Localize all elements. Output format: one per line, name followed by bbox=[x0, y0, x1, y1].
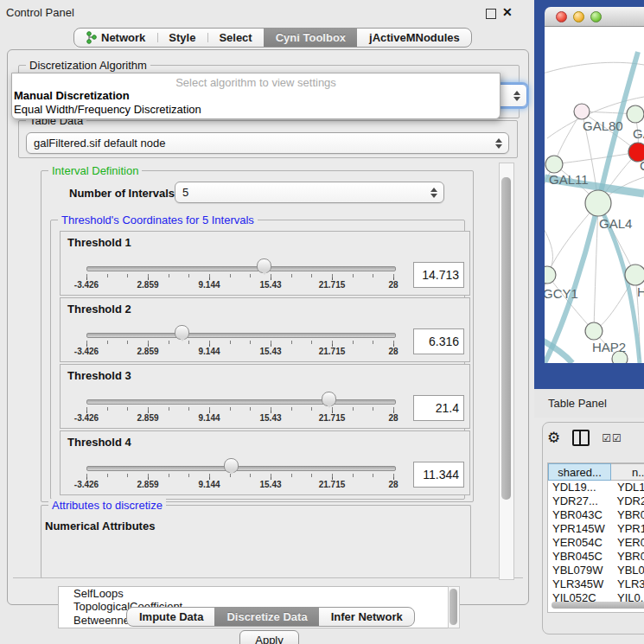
node-label: GAL4 bbox=[599, 216, 632, 231]
tab-select-label: Select bbox=[219, 31, 252, 44]
table-data-combo[interactable]: galFiltered.sif default node bbox=[26, 132, 509, 154]
cell-shared-name[interactable]: YLR345W bbox=[548, 577, 611, 591]
table-row[interactable]: YBR045C YBR0... bbox=[548, 550, 644, 564]
table-data-value: galFiltered.sif default node bbox=[34, 137, 165, 150]
cell-name[interactable]: YBR0... bbox=[611, 550, 644, 564]
popup-option-equal-width[interactable]: Equal Width/Frequency Discretization bbox=[12, 103, 500, 117]
slider-thumb[interactable] bbox=[175, 325, 189, 340]
close-window-icon[interactable] bbox=[556, 11, 567, 22]
screenshot-root: Control Panel ✕ Network Style Select Cyn… bbox=[0, 0, 644, 644]
tick-label: 28 bbox=[367, 480, 419, 489]
panel-scrollbar[interactable] bbox=[499, 163, 514, 580]
close-panel-icon[interactable]: ✕ bbox=[502, 5, 513, 19]
table-row[interactable]: YLR345W YLR3... bbox=[548, 577, 644, 591]
numerical-attributes-label: Numerical Attributes bbox=[45, 520, 155, 532]
discretization-algorithm-title: Discretization Algorithm bbox=[26, 59, 150, 72]
tab-select[interactable]: Select bbox=[207, 29, 263, 47]
tick-label: 2.859 bbox=[122, 413, 174, 423]
tab-infer-network[interactable]: Infer Network bbox=[319, 608, 414, 626]
cell-shared-name[interactable]: YER054C bbox=[548, 536, 611, 550]
cell-shared-name[interactable]: YDL19... bbox=[548, 481, 611, 494]
float-panel-icon[interactable] bbox=[486, 9, 496, 19]
list-scrollbar[interactable] bbox=[448, 586, 460, 628]
node-label: GAL11 bbox=[549, 172, 589, 187]
tab-network[interactable]: Network bbox=[74, 29, 156, 47]
threshold-value-field[interactable]: 21.4 bbox=[413, 395, 464, 421]
cell-name[interactable]: YLR3... bbox=[611, 577, 644, 591]
tick-label: 21.715 bbox=[306, 413, 358, 423]
cell-shared-name[interactable]: YBR045C bbox=[548, 550, 611, 564]
network-graph bbox=[545, 27, 644, 363]
threshold-row: Threshold 3 -3.426 2.859 9.144 15.43 21.… bbox=[60, 364, 470, 429]
table-row[interactable]: YBL079W YBL0... bbox=[548, 564, 644, 577]
tick-label: 9.144 bbox=[183, 280, 235, 290]
cyni-toolbox-panel: Discretization Algorithm Table Data galF… bbox=[7, 49, 529, 605]
horizontal-scrollbar-thumb[interactable] bbox=[552, 602, 644, 609]
table-row[interactable]: YDL19... YDL1... bbox=[548, 481, 644, 494]
number-of-intervals-combo[interactable]: 5 bbox=[175, 182, 444, 203]
tick-label: -3.426 bbox=[61, 280, 112, 290]
column-header-shared-name[interactable]: shared... bbox=[548, 463, 611, 481]
algorithm-dropdown-popup: Select algorithm to view settings Manual… bbox=[11, 73, 501, 119]
node-label: C bbox=[640, 158, 644, 173]
table-row[interactable]: YBR043C YBR0... bbox=[548, 508, 644, 522]
split-columns-icon[interactable] bbox=[572, 430, 590, 446]
tick-label: 21.715 bbox=[306, 280, 358, 290]
cell-name[interactable]: YDL1... bbox=[611, 481, 644, 494]
node-hap2 bbox=[585, 322, 603, 340]
zoom-window-icon[interactable] bbox=[590, 11, 602, 22]
minimize-window-icon[interactable] bbox=[573, 11, 584, 22]
tick-label: 9.144 bbox=[183, 347, 235, 356]
tab-impute-data-label: Impute Data bbox=[139, 610, 203, 623]
tab-discretize-data-label: Discretize Data bbox=[226, 610, 307, 623]
tab-jactivemnodules[interactable]: jActiveMNodules bbox=[357, 29, 471, 47]
cyni-mode-tabs: Impute Data Discretize Data Infer Networ… bbox=[126, 607, 415, 627]
cell-name[interactable]: YBL0... bbox=[611, 564, 644, 577]
tab-impute-data[interactable]: Impute Data bbox=[127, 608, 214, 626]
table-panel: ⚙ ☑☑ shared... n... YDL19... YDL1... YDR… bbox=[542, 422, 644, 634]
slider-thumb[interactable] bbox=[224, 458, 239, 473]
tick-label: -3.426 bbox=[61, 413, 112, 423]
gear-icon[interactable]: ⚙ bbox=[547, 430, 560, 445]
threshold-row: Threshold 2 -3.426 2.859 9.144 15.43 21.… bbox=[60, 297, 470, 362]
cell-name[interactable]: YER0... bbox=[611, 536, 644, 550]
network-window-titlebar[interactable] bbox=[545, 7, 644, 27]
node-table: shared... n... YDL19... YDL1... YDR27...… bbox=[547, 462, 644, 613]
threshold-value-field[interactable]: 6.316 bbox=[413, 328, 464, 354]
slider-thumb[interactable] bbox=[322, 392, 336, 406]
tab-infer-network-label: Infer Network bbox=[331, 610, 403, 623]
cell-shared-name[interactable]: YDR27... bbox=[548, 494, 610, 508]
select-columns-icon[interactable]: ☑☑ bbox=[602, 432, 622, 444]
column-header-name[interactable]: n... bbox=[611, 463, 644, 481]
threshold-slider[interactable] bbox=[86, 333, 396, 338]
table-row[interactable]: YPR145W YPR1... bbox=[548, 522, 644, 536]
apply-button[interactable]: Apply bbox=[239, 630, 299, 644]
cell-name[interactable]: YBR0... bbox=[611, 508, 644, 522]
tab-network-label: Network bbox=[101, 31, 145, 44]
node-label: H bbox=[637, 284, 644, 299]
number-of-intervals-value: 5 bbox=[182, 186, 188, 199]
cell-name[interactable]: YPR1... bbox=[611, 522, 644, 536]
threshold-slider[interactable] bbox=[86, 466, 396, 471]
tab-cyni-toolbox[interactable]: Cyni Toolbox bbox=[264, 29, 357, 47]
slider-thumb[interactable] bbox=[257, 258, 271, 273]
threshold-value-field[interactable]: 11.344 bbox=[413, 462, 464, 488]
popup-option-manual[interactable]: Manual Discretization bbox=[12, 89, 500, 103]
cell-shared-name[interactable]: YPR145W bbox=[548, 522, 611, 536]
combo-stepper-icon bbox=[513, 91, 520, 101]
threshold-value-field[interactable]: 14.713 bbox=[413, 262, 464, 288]
cell-name[interactable]: YDR2... bbox=[610, 494, 644, 508]
cell-shared-name[interactable]: YBR043C bbox=[548, 508, 611, 522]
cell-shared-name[interactable]: YBL079W bbox=[548, 564, 611, 577]
threshold-slider[interactable] bbox=[86, 266, 396, 271]
list-item[interactable]: SelfLoops bbox=[59, 587, 456, 600]
network-view[interactable]: GAL80 GA C GAL11 GAL4 GCY1 H HAP2 bbox=[545, 27, 644, 363]
panel-scrollbar-thumb[interactable] bbox=[501, 177, 511, 500]
table-row[interactable]: YDR27... YDR2... bbox=[548, 494, 644, 508]
tab-style[interactable]: Style bbox=[156, 29, 207, 47]
tab-discretize-data[interactable]: Discretize Data bbox=[214, 608, 318, 626]
threshold-slider[interactable] bbox=[86, 399, 396, 405]
tick-label: 15.43 bbox=[245, 413, 296, 423]
list-scrollbar-thumb[interactable] bbox=[450, 589, 457, 625]
table-row[interactable]: YER054C YER0... bbox=[548, 536, 644, 550]
